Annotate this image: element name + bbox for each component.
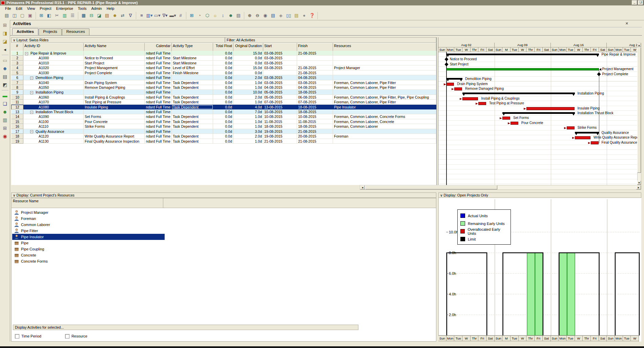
- relations-icon[interactable]: ⇄: [119, 12, 126, 19]
- table-row[interactable]: 18A1120Write Quality Assurance Reportnda…: [11, 134, 436, 139]
- gantt-task-bar[interactable]: [454, 87, 462, 90]
- gantt-loe-bar[interactable]: [446, 68, 599, 70]
- clock-icon[interactable]: ◔: [196, 12, 203, 19]
- gantt-task-bar[interactable]: [526, 107, 574, 110]
- scroll-left-arrow[interactable]: ◄: [360, 185, 365, 189]
- gantt-horizontal-scrollbar[interactable]: ◄►: [360, 185, 641, 190]
- columns-icon[interactable]: ▥: [61, 12, 68, 19]
- tab-projects[interactable]: Projects: [39, 28, 62, 35]
- menu-view[interactable]: View: [25, 6, 38, 11]
- wps-docs-icon[interactable]: ▥: [1, 117, 9, 124]
- gantt-vertical-scrollbar[interactable]: ▲▼: [637, 43, 641, 185]
- column-header-id[interactable]: Activity ID: [23, 43, 84, 51]
- scroll-thumb-vertical[interactable]: [637, 47, 641, 173]
- table-row[interactable]: 6− Demolition Pipingndard Full Time0.0d2…: [11, 75, 436, 80]
- filter-bar[interactable]: Filter: All Activities: [225, 37, 436, 43]
- checkbox-resource[interactable]: Resource: [65, 333, 87, 339]
- expand-collapse-box[interactable]: −: [30, 130, 33, 133]
- gantt-summary-bar[interactable]: [575, 132, 599, 134]
- resource-row[interactable]: Pipe Insulator: [12, 234, 165, 240]
- resource-row[interactable]: Project Manager: [12, 209, 48, 216]
- progress-icon[interactable]: ☼: [211, 12, 219, 19]
- usage-display-bar[interactable]: ∨ Display: Open Projects Only: [438, 192, 641, 198]
- table-row[interactable]: 16A1110Strike Formsndard Full TimeTask D…: [11, 124, 436, 129]
- layout-dd-icon[interactable]: ▭▾: [153, 12, 161, 19]
- display-activities-bar[interactable]: Display Activities for selected...: [13, 325, 358, 330]
- gantt-summary-bar[interactable]: [446, 54, 599, 55]
- table-row[interactable]: 14A1090Set Formsndard Full TimeTask Depe…: [11, 114, 436, 119]
- scroll-down-arrow[interactable]: ▼: [637, 181, 641, 185]
- assignments-icon[interactable]: ☻: [1, 108, 9, 116]
- columns-dd-icon[interactable]: ▥▾: [146, 12, 153, 19]
- activity-details-icon[interactable]: ▦: [80, 12, 87, 19]
- gantt-summary-bar[interactable]: [502, 112, 575, 114]
- table-row[interactable]: 8A1050Remove Damaged Pipingndard Full Ti…: [11, 85, 436, 90]
- scroll-up-arrow[interactable]: ▲: [637, 43, 641, 47]
- zoom-out-icon[interactable]: ⊖: [254, 12, 261, 19]
- gantt-task-bar[interactable]: [511, 122, 518, 125]
- resource-row[interactable]: Foreman: [12, 216, 36, 222]
- report-icon[interactable]: ▤: [235, 12, 242, 19]
- note-icon[interactable]: ▤: [293, 12, 300, 19]
- menu-project[interactable]: Project: [37, 6, 54, 11]
- gantt-milestone-diamond[interactable]: [597, 72, 601, 76]
- page-setup-icon[interactable]: ▢: [19, 12, 26, 19]
- gantt-task-bar[interactable]: [502, 117, 510, 120]
- gantt-task-bar[interactable]: [478, 102, 486, 105]
- tab-resources[interactable]: Resources: [62, 28, 89, 35]
- filter-dd-icon[interactable]: ∇▾: [161, 12, 169, 19]
- column-header-finish[interactable]: Finish: [297, 43, 333, 51]
- chart-icon[interactable]: ◪: [96, 12, 103, 19]
- print-icon[interactable]: ▤: [3, 12, 11, 19]
- link-icon[interactable]: ↕: [219, 12, 227, 19]
- layout-bar[interactable]: ∨ Layout: Swiss Rides: [11, 37, 225, 43]
- checkbox-time-period[interactable]: Time Period: [15, 333, 41, 339]
- resource-row[interactable]: Pipe Fitter: [12, 228, 38, 234]
- import-icon[interactable]: ◪: [1, 38, 9, 45]
- schedule-icon[interactable]: ⊞: [188, 12, 195, 19]
- hsplit-icon[interactable]: ▤: [269, 12, 277, 19]
- table-row[interactable]: 13− Installation Thrust Blockndard Full …: [11, 109, 436, 114]
- resource-row[interactable]: Pipe: [12, 240, 28, 246]
- projects-folder-icon[interactable]: ▭: [1, 57, 9, 64]
- maximize-button[interactable]: ❏: [638, 0, 643, 5]
- table-row[interactable]: 5A1030Project Completendard Full TimeFin…: [11, 70, 436, 75]
- table-row[interactable]: 19A1130Final Quality Assurance Inspectio…: [11, 139, 436, 144]
- new-project-icon[interactable]: ⊞: [1, 22, 9, 29]
- collapse-left-icon[interactable]: ◂: [1, 46, 9, 54]
- table-row[interactable]: 10A1060Install Piping & Couplingsndard F…: [11, 95, 436, 100]
- level-icon[interactable]: ⬡: [204, 12, 211, 19]
- table-view-icon[interactable]: ⊞: [38, 12, 45, 19]
- menu-tools[interactable]: Tools: [76, 6, 89, 11]
- expand-collapse-box[interactable]: −: [25, 52, 28, 55]
- gantt-task-bar[interactable]: [567, 126, 575, 129]
- table-row[interactable]: 11A1070Test Piping at Pressurendard Full…: [11, 100, 436, 104]
- checkbox-box[interactable]: [65, 334, 69, 339]
- expand-collapse-box[interactable]: −: [30, 91, 33, 94]
- table-row[interactable]: 2A1000Notice to Proceedndard Full TimeSt…: [11, 56, 436, 60]
- column-header-name[interactable]: Activity Name: [84, 43, 145, 51]
- resource-row[interactable]: Concrete Forms: [12, 258, 48, 264]
- zoom-in-icon[interactable]: ⊕: [246, 12, 253, 19]
- add-activity-icon[interactable]: ⊟: [88, 12, 95, 19]
- column-header-cal[interactable]: Calendar: [145, 43, 172, 51]
- menu-enterprise[interactable]: Enterprise: [54, 6, 76, 11]
- resource-row[interactable]: Pipe Coupling: [12, 246, 44, 252]
- menu-edit[interactable]: Edit: [14, 6, 25, 11]
- resources-person-icon[interactable]: ☻: [1, 65, 9, 73]
- layout-icon[interactable]: ◧: [45, 12, 53, 19]
- resources-icon[interactable]: ☻: [111, 12, 119, 19]
- table-row[interactable]: 9− Installation Pipingndard Full Time0.0…: [11, 90, 436, 95]
- rowheight-icon[interactable]: ☰: [69, 12, 76, 19]
- print-preview-icon[interactable]: ◫: [11, 12, 18, 19]
- cut-icon[interactable]: ✂: [53, 12, 61, 19]
- resource-row[interactable]: Common Laborer: [12, 222, 50, 228]
- calendar-icon[interactable]: ▤: [103, 12, 111, 19]
- gantt-summary-bar[interactable]: [462, 93, 575, 94]
- bars-dd-icon[interactable]: ▬▾: [169, 12, 176, 19]
- column-header-res[interactable]: Resources: [333, 43, 436, 51]
- column-header-type[interactable]: Activity Type: [172, 43, 213, 51]
- minimize-button[interactable]: _: [632, 0, 637, 5]
- open-project-icon[interactable]: ◨: [1, 30, 9, 37]
- zoom-fit-icon[interactable]: ◉: [262, 12, 269, 19]
